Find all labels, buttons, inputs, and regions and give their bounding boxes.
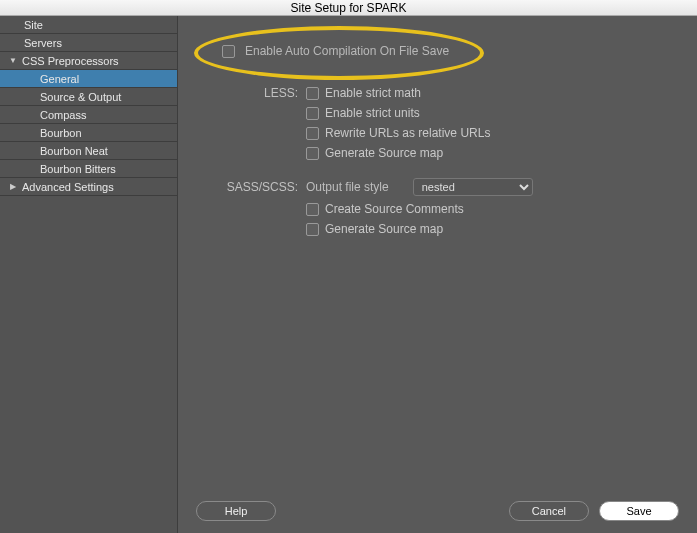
cancel-button[interactable]: Cancel bbox=[509, 501, 589, 521]
sidebar-item-compass[interactable]: Compass bbox=[0, 106, 177, 124]
sass-create-comments-checkbox[interactable] bbox=[306, 203, 319, 216]
sidebar-item-bourbon-neat[interactable]: Bourbon Neat bbox=[0, 142, 177, 160]
sidebar-item-label: Advanced Settings bbox=[22, 178, 114, 196]
enable-auto-compilation-label: Enable Auto Compilation On File Save bbox=[245, 44, 449, 58]
output-file-style-label: Output file style bbox=[306, 180, 389, 194]
help-button[interactable]: Help bbox=[196, 501, 276, 521]
enable-auto-compilation-checkbox[interactable] bbox=[222, 45, 235, 58]
window-title: Site Setup for SPARK bbox=[0, 0, 697, 16]
sidebar-item-general[interactable]: General bbox=[0, 70, 177, 88]
less-source-map-checkbox[interactable] bbox=[306, 147, 319, 160]
less-source-map-label: Generate Source map bbox=[325, 146, 443, 160]
sidebar-item-bourbon[interactable]: Bourbon bbox=[0, 124, 177, 142]
less-rewrite-urls-checkbox[interactable] bbox=[306, 127, 319, 140]
less-strict-math-label: Enable strict math bbox=[325, 86, 421, 100]
sass-create-comments-label: Create Source Comments bbox=[325, 202, 464, 216]
sass-source-map-checkbox[interactable] bbox=[306, 223, 319, 236]
less-strict-math-checkbox[interactable] bbox=[306, 87, 319, 100]
less-section-label: LESS: bbox=[206, 86, 306, 100]
sass-source-map-label: Generate Source map bbox=[325, 222, 443, 236]
sidebar-item-css-preprocessors[interactable]: CSS Preprocessors bbox=[0, 52, 177, 70]
less-strict-units-checkbox[interactable] bbox=[306, 107, 319, 120]
output-file-style-select[interactable]: nested bbox=[413, 178, 533, 196]
chevron-down-icon bbox=[6, 51, 20, 70]
save-button[interactable]: Save bbox=[599, 501, 679, 521]
sidebar-item-site[interactable]: Site bbox=[0, 16, 177, 34]
chevron-right-icon bbox=[6, 177, 20, 196]
less-strict-units-label: Enable strict units bbox=[325, 106, 420, 120]
sass-section-label: SASS/SCSS: bbox=[206, 180, 306, 194]
less-rewrite-urls-label: Rewrite URLs as relative URLs bbox=[325, 126, 490, 140]
sidebar-item-source-output[interactable]: Source & Output bbox=[0, 88, 177, 106]
sidebar: Site Servers CSS Preprocessors General S… bbox=[0, 16, 178, 533]
content-pane: Enable Auto Compilation On File Save LES… bbox=[178, 16, 697, 533]
sidebar-item-bourbon-bitters[interactable]: Bourbon Bitters bbox=[0, 160, 177, 178]
dialog-footer: Help Cancel Save bbox=[178, 501, 697, 521]
sidebar-item-label: CSS Preprocessors bbox=[22, 52, 119, 70]
sidebar-item-advanced-settings[interactable]: Advanced Settings bbox=[0, 178, 177, 196]
sidebar-item-servers[interactable]: Servers bbox=[0, 34, 177, 52]
